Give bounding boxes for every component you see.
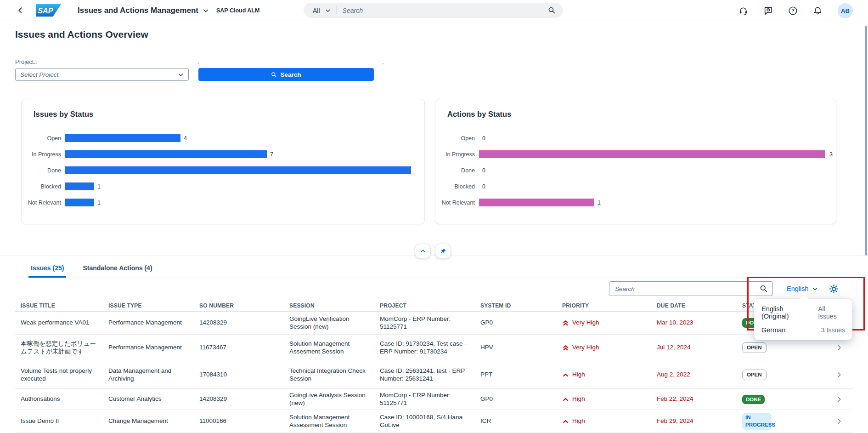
col-issue-title[interactable]: ISSUE TITLE: [15, 302, 103, 309]
col-project[interactable]: PROJECT: [374, 302, 475, 309]
status-badge: OPEN: [742, 342, 767, 353]
bar-blocked[interactable]: [65, 182, 94, 190]
bar-row-blocked: Blocked 0: [435, 178, 836, 194]
table-row[interactable]: Authorisations Customer Analytics 142083…: [15, 389, 853, 410]
language-selector[interactable]: English: [787, 285, 818, 292]
shell-bar: SAP Issues and Actions Management SAP Cl…: [0, 0, 868, 21]
svg-text:SAP: SAP: [38, 6, 53, 15]
bar-done[interactable]: [65, 166, 411, 174]
bar-in-progress[interactable]: [479, 150, 825, 158]
col-so-number[interactable]: SO NUMBER: [194, 302, 284, 309]
cell-so-number: 11673467: [194, 341, 284, 354]
search-icon[interactable]: [548, 6, 556, 14]
table-row[interactable]: Weak performance VA01 Performance Manage…: [15, 312, 853, 335]
cell-issue-type: Performance Management: [103, 316, 194, 330]
help-icon[interactable]: ?: [788, 6, 798, 16]
shell-search[interactable]: All: [304, 3, 563, 18]
cell-system-id: ICR: [475, 415, 557, 428]
priority-very-high-icon: [562, 319, 569, 326]
notifications-bell-icon[interactable]: [813, 6, 823, 16]
col-session[interactable]: SESSION: [284, 302, 374, 309]
table-row[interactable]: Volume Tests not properly executed Data …: [15, 361, 853, 389]
cell-project: MomCorp - ERP Number: 51125771: [374, 313, 475, 334]
header-collapse-controls: [415, 244, 451, 258]
cell-session: Solution Management Assessment Session: [284, 411, 374, 432]
table-row[interactable]: 本稼働を想定したボリュームテストが未計画です Performance Manag…: [15, 335, 853, 361]
status-badge: DONE: [742, 395, 765, 404]
app-title[interactable]: Issues and Actions Management: [78, 6, 198, 15]
back-button[interactable]: [17, 6, 24, 14]
bar-label: Blocked: [435, 183, 479, 190]
issues-bar-chart: Open 4 In Progress 7 Done 12 Blocked 1 N…: [22, 130, 424, 211]
cell-issue-type: Change Management: [103, 415, 194, 428]
cell-issue-type: Data Management and Archiving: [103, 365, 194, 386]
bar-value: 0: [482, 183, 485, 190]
search-button[interactable]: Search: [198, 68, 374, 81]
gear-icon: [829, 284, 839, 294]
col-due-date[interactable]: DUE DATE: [651, 302, 737, 309]
tab-issues[interactable]: Issues (25): [28, 257, 66, 278]
cell-issue-type: Customer Analytics: [103, 393, 194, 406]
cell-due-date: Feb 29, 2024: [651, 415, 737, 428]
bar-value: 0: [482, 167, 485, 174]
cell-system-id: PPT: [475, 368, 557, 382]
bar-value: 4: [184, 135, 187, 142]
bar-label: Blocked: [22, 183, 65, 190]
table-settings-button[interactable]: [829, 284, 839, 294]
cell-due-date: Mar 10, 2023: [651, 316, 737, 330]
bar-row-blocked: Blocked 1: [22, 178, 424, 194]
sap-logo[interactable]: SAP: [36, 4, 61, 17]
bar-in-progress[interactable]: [65, 150, 267, 158]
cell-project: Case ID: 10000168, S/4 Hana GoLive: [374, 411, 475, 432]
priority-label: High: [572, 417, 585, 425]
cell-so-number: 14208329: [194, 316, 284, 330]
app-title-chevron-down-icon[interactable]: [203, 7, 209, 14]
feedback-icon[interactable]: [763, 6, 773, 16]
cell-project: Case ID: 25631241, test - ERP Number: 25…: [374, 365, 475, 386]
table-row[interactable]: Issue Demo II Change Management 11000166…: [15, 410, 853, 433]
project-select[interactable]: Select Project: [15, 68, 189, 81]
chevron-up-icon: [420, 248, 426, 254]
row-navigate-icon[interactable]: [825, 344, 853, 351]
table-search-icon[interactable]: [760, 285, 768, 293]
global-search-input[interactable]: [343, 7, 548, 14]
cell-priority: Very High: [557, 341, 651, 354]
bar-value: 0: [482, 135, 485, 142]
select-chevron-down-icon: [178, 72, 184, 78]
user-avatar[interactable]: AB: [838, 3, 853, 18]
pin-header-button[interactable]: [435, 244, 451, 258]
bar-not-relevant[interactable]: [479, 199, 594, 206]
cell-session: Solution Management Assesment Session: [284, 337, 374, 359]
col-issue-type[interactable]: ISSUE TYPE: [103, 302, 194, 309]
actions-chart-title: Actions by Status: [447, 110, 511, 119]
cell-so-number: 17084310: [194, 368, 284, 382]
scope-chevron-down-icon[interactable]: [325, 8, 331, 13]
page-title: Issues and Actions Overview: [15, 29, 148, 40]
cell-status: OPEN: [737, 367, 825, 382]
col-priority[interactable]: PRIORITY: [557, 302, 651, 309]
search-scope-selector[interactable]: All: [313, 7, 320, 14]
cell-issue-title: 本稼働を想定したボリュームテストが未計画です: [15, 337, 103, 359]
cell-due-date: Aug 2, 2022: [651, 368, 737, 382]
pin-icon: [440, 248, 446, 255]
menu-item-label: English (Original): [761, 305, 812, 320]
collapse-header-button[interactable]: [415, 244, 431, 258]
support-headset-icon[interactable]: [738, 6, 748, 16]
bar-open[interactable]: [65, 134, 180, 142]
table-search[interactable]: [609, 281, 773, 296]
priority-label: Very High: [572, 319, 599, 327]
cell-issue-title: Volume Tests not properly executed: [15, 365, 103, 386]
cell-project: Case ID: 91730234, Test case - ERP Numbe…: [374, 337, 475, 359]
col-system-id[interactable]: SYSTEM ID: [475, 302, 557, 309]
row-navigate-icon[interactable]: [825, 418, 853, 425]
row-navigate-icon[interactable]: [825, 396, 853, 403]
menu-item-german[interactable]: German 3 Issues: [754, 323, 852, 337]
bar-not-relevant[interactable]: [65, 199, 94, 206]
tab-standalone-actions[interactable]: Standalone Actions (4): [80, 257, 154, 278]
vertical-scrollbar[interactable]: [865, 26, 867, 256]
menu-item-english-original[interactable]: English (Original) All Issues: [754, 302, 852, 323]
table-search-input[interactable]: [615, 285, 760, 292]
priority-high-icon: [562, 371, 569, 378]
project-filter-label: Project::: [15, 58, 37, 65]
row-navigate-icon[interactable]: [825, 371, 853, 378]
